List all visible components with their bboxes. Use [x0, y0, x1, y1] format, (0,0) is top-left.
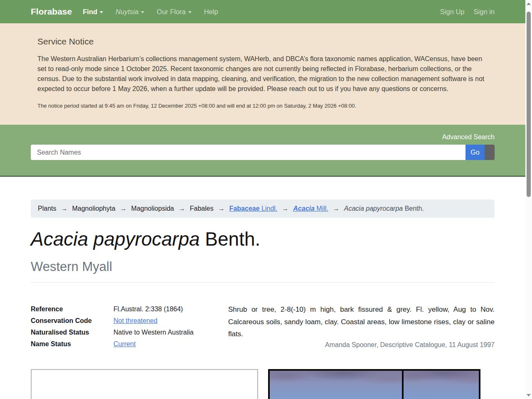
breadcrumb-separator-arrow: → — [61, 205, 67, 212]
breadcrumb-separator-arrow: → — [179, 205, 185, 212]
description-attribution: Amanda Spooner, Descriptive Catalogue, 1… — [228, 341, 495, 349]
breadcrumb-item[interactable]: Fabaceae Lindl. — [229, 205, 278, 212]
scroll-up-arrow[interactable] — [525, 1, 532, 7]
species-photo-2[interactable] — [404, 371, 479, 399]
breadcrumb-item[interactable]: Plants — [38, 205, 56, 212]
breadcrumb-item[interactable]: Fabales — [190, 205, 214, 212]
navbar-right: Sign UpSign in — [440, 8, 495, 16]
scroll-down-arrow[interactable] — [525, 392, 532, 398]
advanced-search-link[interactable]: Advanced Search — [442, 133, 495, 140]
nav-item-sign-in[interactable]: Sign in — [474, 8, 495, 16]
breadcrumb-item[interactable]: Magnoliopsida — [131, 205, 174, 212]
detail-label: Conservation Code — [31, 315, 113, 327]
species-description: Shrub or tree, 2-8(-10) m high, bark fis… — [228, 303, 495, 340]
detail-value: Current — [113, 338, 135, 350]
service-notice-body: The Western Australian Herbarium’s colle… — [37, 54, 488, 94]
nav-item-help[interactable]: Help — [204, 8, 218, 16]
breadcrumb-separator-arrow: → — [282, 205, 288, 212]
search-secondary-button[interactable] — [485, 145, 495, 160]
breadcrumb-item[interactable]: Acacia Mill. — [293, 205, 328, 212]
scientific-name: Acacia papyrocarpa — [31, 228, 200, 250]
top-navbar: Florabase FindNuytsiaOur FloraHelp Sign … — [0, 0, 525, 23]
divider — [31, 282, 495, 283]
nav-item-nuytsia[interactable]: Nuytsia — [116, 8, 144, 16]
breadcrumb-separator-arrow: → — [218, 205, 225, 212]
species-photo-1[interactable] — [270, 371, 402, 399]
photo-trees — [270, 371, 402, 399]
details-table: ReferenceFl.Austral. 2:338 (1864)Conserv… — [31, 303, 228, 350]
detail-value: Native to Western Australia — [113, 327, 194, 338]
nav-item-find[interactable]: Find — [83, 8, 103, 16]
chevron-down-icon — [141, 11, 144, 13]
detail-label: Name Status — [31, 338, 113, 350]
detail-value: Not threatened — [113, 315, 158, 327]
species-photo-strip — [268, 369, 480, 399]
detail-row: Conservation CodeNot threatened — [31, 315, 228, 327]
detail-row: ReferenceFl.Austral. 2:338 (1864) — [31, 303, 228, 315]
browser-viewport: Florabase FindNuytsiaOur FloraHelp Sign … — [0, 0, 532, 399]
detail-value: Fl.Austral. 2:338 (1864) — [113, 303, 183, 315]
breadcrumb-item: Acacia papyrocarpa Benth. — [344, 205, 424, 212]
breadcrumb-separator-arrow: → — [333, 205, 340, 212]
nav-item-sign-up[interactable]: Sign Up — [440, 8, 465, 16]
page-title: Acacia papyrocarpa Benth. — [31, 228, 495, 250]
author-name: Benth. — [205, 228, 260, 250]
nav-item-our-flora[interactable]: Our Flora — [157, 8, 192, 16]
distribution-map-placeholder[interactable] — [31, 369, 258, 399]
detail-value-link[interactable]: Current — [113, 340, 135, 347]
detail-row: Name StatusCurrent — [31, 338, 228, 350]
search-input[interactable] — [31, 145, 466, 160]
service-notice-period: The notice period started at 9:45 am on … — [37, 102, 488, 110]
common-name: Western Myall — [31, 259, 495, 274]
service-notice-title: Service Notice — [37, 37, 488, 47]
breadcrumb-item[interactable]: Magnoliophyta — [72, 205, 115, 212]
detail-row: Naturalised StatusNative to Western Aust… — [31, 327, 228, 338]
breadcrumb: Plants→Magnoliophyta→Magnoliopsida→Fabal… — [31, 200, 495, 218]
scrollbar-thumb[interactable] — [527, 12, 531, 197]
detail-label: Reference — [31, 303, 113, 315]
photo-trees — [404, 371, 479, 399]
detail-value-link[interactable]: Not threatened — [113, 317, 158, 324]
chevron-down-icon — [188, 11, 192, 13]
page: Florabase FindNuytsiaOur FloraHelp Sign … — [0, 0, 525, 399]
search-go-button[interactable]: Go — [466, 145, 485, 160]
breadcrumb-separator-arrow: → — [120, 205, 127, 212]
chevron-down-icon — [100, 11, 103, 13]
brand-florabase[interactable]: Florabase — [31, 7, 72, 17]
detail-label: Naturalised Status — [31, 327, 113, 338]
search-band: Advanced Search Go — [0, 125, 525, 177]
navbar-menu: FindNuytsiaOur FloraHelp — [83, 8, 440, 16]
vertical-scrollbar[interactable] — [525, 0, 532, 399]
service-notice-banner: Service Notice The Western Australian He… — [0, 23, 525, 125]
